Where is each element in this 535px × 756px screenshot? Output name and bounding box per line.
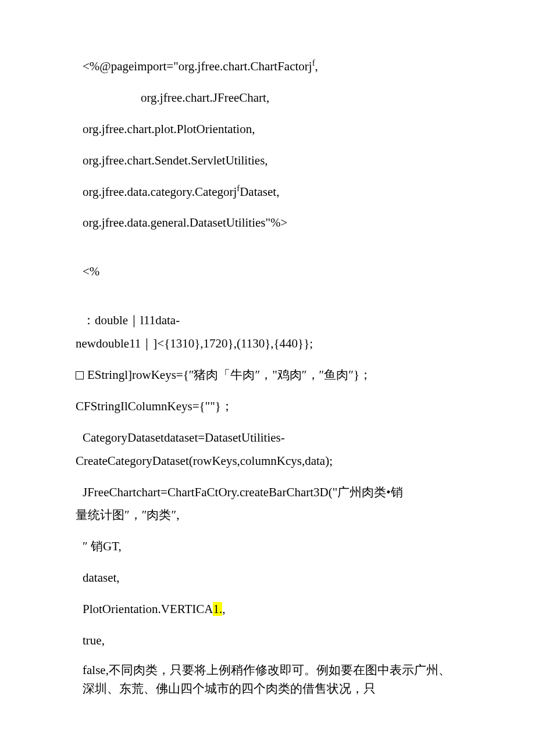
text: <% [83,264,99,278]
code-line: ：double｜l11data- [76,309,459,332]
code-line: PlotOrientation.VERTICA1., [76,598,459,621]
text: org.jfree.data.category.Categorj [83,185,237,199]
text: PlotOrientation.VERTICA [83,602,213,616]
code-line: EStringl]rowKeys={″猪肉「牛肉″，"鸡肉″，″鱼肉″}； [76,364,459,387]
text: org.jfree.data.general.DatasetUtilities"… [83,216,287,230]
text: JFreeChartchart=ChartFaCtOry.createBarCh… [83,485,403,499]
text: ″ 销GT, [83,539,122,553]
text: <%@pageimport="org.jfree.chart.ChartFact… [83,59,312,73]
code-line: ″ 销GT, [76,535,459,558]
text: true, [83,633,105,647]
code-line: CFStringIlColumnKeys={""}； [76,395,459,418]
text: , [222,602,225,616]
text: org.jfree.chart.plot.PlotOrientation, [83,122,255,136]
code-line: JFreeChartchart=ChartFaCtOry.createBarCh… [76,481,459,504]
code-line: true, [76,629,459,653]
code-line: org.jfree.data.category.CategorjfDataset… [76,181,459,204]
paragraph-text: false,不同肉类，只要将上例稍作修改即可。例如要在图中表示广州、深圳、东荒、… [76,661,459,698]
text: CFStringIlColumnKeys={""}； [76,399,233,413]
text: org.jfree.chart.JFreeChart, [141,91,269,105]
code-line: 量统计图″，″肉类″, [76,504,459,527]
code-line: org.jfree.chart.Sendet.ServletUtilities, [76,149,459,173]
spacer [76,292,459,309]
code-line: CreateCategoryDataset(rowKeys,columnKcys… [76,450,459,473]
text: CategoryDatasetdataset=DatasetUtilities- [83,431,285,445]
text: Dataset, [240,185,279,199]
spacer [76,243,459,260]
code-line: org.jfree.chart.JFreeChart, [76,87,459,110]
text: EStringl]rowKeys={″猪肉「牛肉″，"鸡肉″，″鱼肉″}； [87,368,372,382]
code-line: CategoryDatasetdataset=DatasetUtilities- [76,427,459,450]
code-line: org.jfree.data.general.DatasetUtilities"… [76,212,459,235]
text: false,不同肉类，只要将上例稍作修改即可。例如要在图中表示广州、深圳、东荒、… [83,663,451,696]
text: 量统计图″，″肉类″, [76,508,180,522]
code-line: newdouble11｜]<{1310},1720},(1130},{440}}… [76,332,459,356]
text: dataset, [83,571,120,585]
document-page: <%@pageimport="org.jfree.chart.ChartFact… [0,0,535,741]
text: CreateCategoryDataset(rowKeys,columnKcys… [76,454,333,468]
text: , [315,59,318,73]
text: org.jfree.chart.Sendet.ServletUtilities, [83,153,268,167]
square-marker-icon [76,371,84,379]
text: newdouble11｜]<{1310},1720},(1130},{440}}… [76,336,313,350]
code-line: org.jfree.chart.plot.PlotOrientation, [76,118,459,141]
code-line: <% [76,260,459,284]
highlighted-text: 1. [213,602,222,616]
code-line: dataset, [76,567,459,590]
code-line: <%@pageimport="org.jfree.chart.ChartFact… [76,55,459,78]
text: ：double｜l11data- [83,313,180,327]
